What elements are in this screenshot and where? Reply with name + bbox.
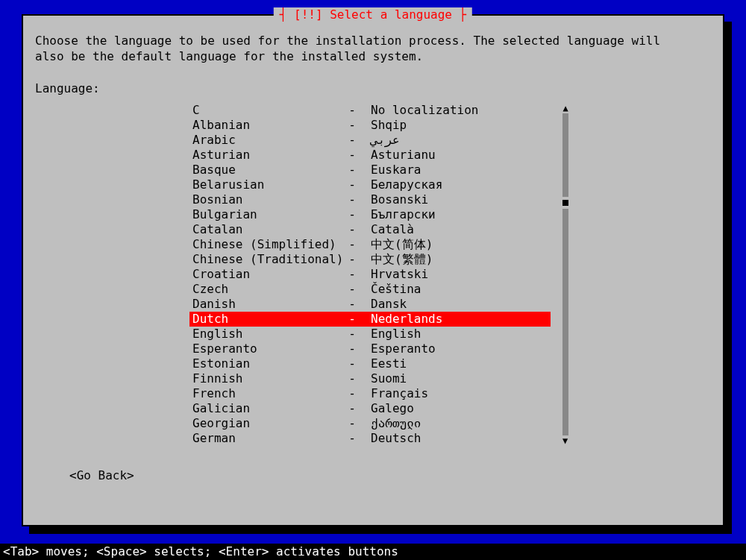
language-name: C [189, 103, 341, 118]
language-name: Chinese (Traditional) [189, 252, 341, 267]
language-name: Estonian [189, 356, 341, 371]
list-item[interactable]: C-No localization [189, 103, 551, 118]
language-native: Shqip [363, 118, 551, 133]
language-name: Belarusian [189, 177, 341, 192]
separator: - [341, 371, 363, 386]
separator: - [341, 282, 363, 297]
list-item[interactable]: Esperanto-Esperanto [189, 342, 551, 356]
list-item[interactable]: Croatian-Hrvatski [189, 267, 551, 282]
language-name: French [189, 386, 341, 401]
language-native: Suomi [363, 371, 551, 386]
language-name: Georgian [189, 416, 341, 431]
language-native: Esperanto [363, 342, 551, 356]
language-name: Bulgarian [189, 207, 341, 222]
list-item[interactable]: Georgian-ქართული [189, 416, 551, 431]
language-native: English [363, 327, 551, 342]
list-item[interactable]: Asturian-Asturianu [189, 148, 551, 163]
list-item[interactable]: Czech-Čeština [189, 282, 551, 297]
list-item[interactable]: Estonian-Eesti [189, 356, 551, 371]
language-native: Dansk [363, 297, 551, 312]
list-item[interactable]: Galician-Galego [189, 401, 551, 416]
language-dialog: ┤ [!!] Select a language ├ Choose the la… [22, 14, 724, 526]
separator: - [341, 222, 363, 237]
separator: - [341, 192, 363, 207]
language-name: Czech [189, 282, 341, 297]
language-native: Galego [363, 401, 551, 416]
list-item[interactable]: Chinese (Traditional)-中文(繁體) [189, 252, 551, 267]
separator: - [341, 297, 363, 312]
dialog-title: ┤ [!!] Select a language ├ [274, 7, 472, 22]
language-list[interactable]: C-No localizationAlbanian-ShqipArabic-عر… [189, 103, 551, 446]
list-item[interactable]: German-Deutsch [189, 431, 551, 446]
separator: - [341, 148, 363, 163]
scrollbar-track[interactable] [562, 113, 568, 435]
separator: - [341, 118, 363, 133]
separator: - [341, 327, 363, 342]
list-item[interactable]: Catalan-Català [189, 222, 551, 237]
list-item[interactable]: Dutch-Nederlands [189, 312, 551, 327]
separator: - [341, 312, 363, 327]
language-name: Catalan [189, 222, 341, 237]
list-item[interactable]: Danish-Dansk [189, 297, 551, 312]
separator: - [341, 133, 363, 148]
separator: - [341, 356, 363, 371]
list-item[interactable]: Arabic-عربي [189, 133, 551, 148]
language-name: Asturian [189, 148, 341, 163]
language-native: 中文(繁體) [363, 252, 551, 267]
language-native: Hrvatski [363, 267, 551, 282]
language-label: Language: [35, 81, 711, 95]
dialog-prompt: Choose the language to be used for the i… [35, 34, 711, 65]
language-name: Arabic [189, 133, 341, 148]
language-native: عربي [363, 133, 551, 148]
separator: - [341, 163, 363, 177]
language-name: Bosnian [189, 192, 341, 207]
separator: - [341, 177, 363, 192]
list-item[interactable]: French-Français [189, 386, 551, 401]
language-name: Dutch [189, 312, 341, 327]
list-item[interactable]: English-English [189, 327, 551, 342]
language-name: Esperanto [189, 342, 341, 356]
separator: - [341, 267, 363, 282]
footer-help: <Tab> moves; <Space> selects; <Enter> ac… [0, 544, 746, 560]
list-item[interactable]: Chinese (Simplified)-中文(简体) [189, 237, 551, 252]
language-native: Asturianu [363, 148, 551, 163]
separator: - [341, 431, 363, 446]
language-native: Беларуская [363, 177, 551, 192]
language-name: Croatian [189, 267, 341, 282]
language-native: Čeština [363, 282, 551, 297]
list-item[interactable]: Finnish-Suomi [189, 371, 551, 386]
language-native: Bosanski [363, 192, 551, 207]
separator: - [341, 386, 363, 401]
language-name: Finnish [189, 371, 341, 386]
language-native: No localization [363, 103, 551, 118]
language-native: Eesti [363, 356, 551, 371]
language-name: Albanian [189, 118, 341, 133]
language-native: Deutsch [363, 431, 551, 446]
separator: - [341, 103, 363, 118]
language-native: Français [363, 386, 551, 401]
go-back-button[interactable]: <Go Back> [69, 468, 711, 482]
language-name: Danish [189, 297, 341, 312]
scroll-up-icon[interactable]: ▲ [562, 104, 568, 112]
list-item[interactable]: Basque-Euskara [189, 163, 551, 177]
list-item[interactable]: Belarusian-Беларуская [189, 177, 551, 192]
separator: - [341, 237, 363, 252]
scrollbar-thumb[interactable] [562, 200, 568, 206]
language-name: Chinese (Simplified) [189, 237, 341, 252]
language-native: Nederlands [363, 312, 551, 327]
language-name: German [189, 431, 341, 446]
language-name: Basque [189, 163, 341, 177]
list-item[interactable]: Bulgarian-Български [189, 207, 551, 222]
language-native: Català [363, 222, 551, 237]
language-name: English [189, 327, 341, 342]
language-native: 中文(简体) [363, 237, 551, 252]
scroll-down-icon[interactable]: ▼ [562, 437, 568, 444]
language-native: Български [363, 207, 551, 222]
list-item[interactable]: Bosnian-Bosanski [189, 192, 551, 207]
language-name: Galician [189, 401, 341, 416]
list-item[interactable]: Albanian-Shqip [189, 118, 551, 133]
scrollbar[interactable]: ▲ ▼ [562, 104, 568, 444]
language-native: Euskara [363, 163, 551, 177]
separator: - [341, 342, 363, 356]
separator: - [341, 207, 363, 222]
